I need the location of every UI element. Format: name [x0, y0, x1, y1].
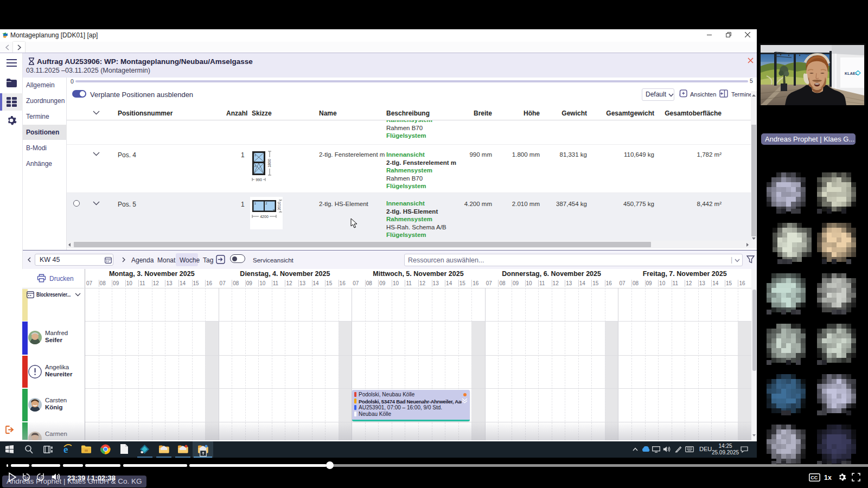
svg-text:4200: 4200	[260, 215, 269, 219]
svg-text:10: 10	[24, 477, 29, 480]
svg-text:990: 990	[256, 178, 262, 182]
svg-text:2: 2	[266, 202, 267, 205]
svg-text:1800: 1800	[267, 159, 271, 168]
svg-text:2: 2	[254, 164, 256, 168]
svg-text:1: 1	[254, 153, 256, 157]
svg-text:10: 10	[39, 477, 43, 480]
svg-text:2010: 2010	[277, 202, 281, 210]
svg-text:1: 1	[254, 202, 256, 205]
svg-text:CC: CC	[810, 475, 818, 480]
